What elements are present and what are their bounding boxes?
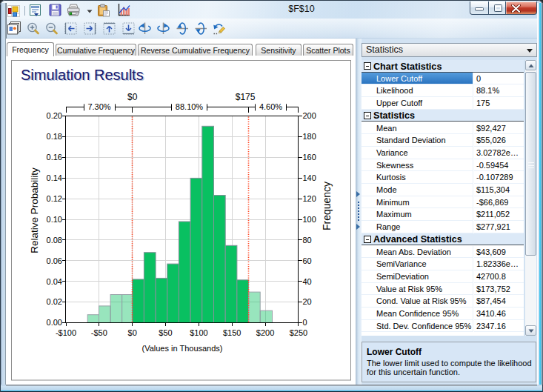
svg-text:200: 200: [303, 111, 316, 120]
svg-text:$250: $250: [290, 328, 307, 337]
svg-text:$175: $175: [236, 92, 256, 102]
svg-text:40: 40: [303, 277, 312, 286]
svg-text:0.00: 0.00: [47, 318, 62, 327]
svg-text:88.10%: 88.10%: [176, 102, 204, 111]
svg-text:0: 0: [303, 318, 307, 327]
svg-text:140: 140: [303, 173, 316, 182]
svg-text:0.18: 0.18: [47, 132, 62, 141]
svg-text:60: 60: [303, 256, 312, 265]
svg-text:4.60%: 4.60%: [259, 102, 282, 111]
svg-text:7.30%: 7.30%: [87, 102, 110, 111]
svg-text:$150: $150: [223, 328, 241, 337]
svg-text:Simulation Results: Simulation Results: [21, 67, 144, 83]
svg-text:Relative Probability: Relative Probability: [29, 167, 40, 253]
svg-text:0.04: 0.04: [47, 277, 62, 286]
svg-text:$200: $200: [256, 328, 274, 337]
svg-text:0.16: 0.16: [47, 153, 62, 162]
svg-text:0.02: 0.02: [47, 297, 62, 306]
svg-text:0.08: 0.08: [47, 236, 62, 245]
svg-text:$100: $100: [190, 328, 207, 337]
svg-text:-$100: -$100: [56, 328, 76, 337]
svg-text:180: 180: [303, 132, 316, 141]
svg-text:80: 80: [303, 236, 312, 245]
svg-text:$0: $0: [128, 328, 137, 337]
svg-text:0.06: 0.06: [47, 256, 62, 265]
svg-text:100: 100: [303, 215, 316, 224]
svg-text:(Values in Thousands): (Values in Thousands): [141, 344, 222, 353]
svg-text:0.10: 0.10: [47, 215, 62, 224]
svg-text:-$50: -$50: [91, 328, 107, 337]
svg-text:0.14: 0.14: [47, 173, 62, 182]
svg-text:Frequency: Frequency: [321, 182, 333, 230]
svg-text:160: 160: [303, 153, 316, 162]
svg-text:0.12: 0.12: [47, 194, 62, 203]
svg-text:$0: $0: [127, 92, 138, 102]
svg-text:0.20: 0.20: [47, 111, 62, 120]
svg-text:$50: $50: [159, 328, 172, 337]
svg-text:20: 20: [303, 297, 312, 306]
svg-text:120: 120: [303, 194, 316, 203]
